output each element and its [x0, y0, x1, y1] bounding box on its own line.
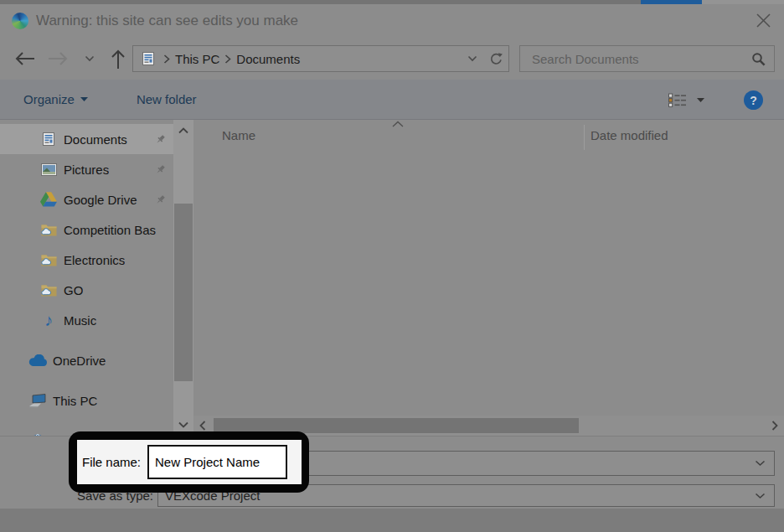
back-arrow-icon [13, 51, 35, 66]
search-input[interactable] [530, 51, 751, 67]
search-box [519, 45, 775, 72]
sidebar-item-go[interactable]: GO [0, 275, 173, 305]
chevron-down-icon [755, 493, 766, 499]
chevron-down-icon [178, 421, 189, 428]
cloud-folder-icon [39, 283, 59, 297]
folder-location-icon [138, 51, 158, 66]
sidebar-item-label: Competition Bas [64, 223, 156, 237]
onedrive-icon [28, 354, 48, 367]
refresh-icon [489, 52, 503, 66]
picture-icon [39, 163, 59, 176]
chevron-down-icon [467, 55, 477, 62]
recent-locations-button[interactable] [81, 38, 98, 80]
command-toolbar: Organize New folder [0, 80, 784, 120]
refresh-button[interactable] [484, 45, 509, 72]
document-icon [39, 132, 59, 147]
column-header-date-modified[interactable]: Date modified [591, 128, 668, 142]
views-dropdown-button[interactable] [697, 98, 704, 102]
list-view-icon [668, 93, 687, 107]
sidebar-item-google-drive[interactable]: Google Drive [0, 184, 173, 214]
file-list-panel: Name Date modified [193, 120, 784, 436]
up-arrow-icon [111, 48, 126, 70]
combobox-dropdown-button[interactable] [755, 460, 766, 467]
sidebar-item-documents[interactable]: Documents [0, 124, 173, 154]
google-drive-icon [39, 192, 59, 207]
close-button[interactable] [753, 10, 773, 30]
breadcrumb-documents[interactable]: Documents [231, 52, 305, 66]
column-divider[interactable] [584, 125, 585, 150]
dialog-bottom-edge [0, 509, 784, 532]
sidebar-item-label: GO [64, 283, 83, 297]
sidebar-item-competition-bas[interactable]: Competition Bas [0, 214, 173, 245]
address-bar[interactable]: This PC Documents [132, 45, 485, 72]
forward-arrow-icon [48, 51, 70, 66]
sidebar-item-label: Electronics [64, 253, 125, 267]
forward-button[interactable] [46, 38, 71, 80]
sidebar-item-label: Pictures [64, 163, 109, 177]
pin-icon [155, 134, 166, 145]
sidebar-item-this-pc[interactable]: This PC [0, 385, 173, 416]
breadcrumb-this-pc[interactable]: This PC [170, 52, 224, 66]
chevron-up-icon [178, 127, 189, 134]
help-question-icon: ? [750, 94, 757, 107]
sidebar-item-electronics[interactable]: Electronics [0, 245, 173, 275]
music-icon: ♪ [39, 312, 59, 328]
this-pc-icon [28, 393, 48, 408]
sidebar-item-onedrive[interactable]: OneDrive [0, 345, 173, 375]
sidebar-item-pictures[interactable]: Pictures [0, 154, 173, 184]
file-name-field-group: File name: [77, 440, 302, 484]
sidebar-item-label: This PC [53, 394, 97, 408]
new-folder-button[interactable]: New folder [137, 92, 197, 106]
pin-icon [155, 194, 166, 205]
edge-browser-icon [12, 13, 28, 29]
sidebar-item-label: Google Drive [64, 193, 137, 207]
organize-button[interactable]: Organize [23, 92, 88, 106]
cloud-folder-icon [39, 253, 59, 266]
chevron-right-icon [771, 420, 778, 431]
pin-icon [155, 164, 166, 175]
chevron-down-icon [755, 460, 766, 467]
breadcrumb-separator-icon [224, 54, 231, 64]
vertical-scrollbar[interactable] [173, 120, 193, 436]
sidebar-item-music[interactable]: ♪Music [0, 305, 173, 335]
chevron-left-icon [199, 420, 206, 431]
navigation-pane: DocumentsPicturesGoogle DriveCompetition… [0, 120, 173, 436]
column-header-name[interactable]: Name [222, 128, 255, 142]
file-name-input[interactable] [147, 445, 287, 479]
combobox-dropdown-button[interactable] [755, 493, 766, 499]
sort-ascending-icon [391, 121, 405, 127]
caret-down-icon [697, 98, 704, 102]
scroll-up-button[interactable] [173, 123, 193, 138]
scroll-down-button[interactable] [173, 417, 193, 432]
sidebar-item-label: Documents [64, 132, 127, 147]
dialog-title: Warning: this site can see edits you mak… [36, 13, 298, 29]
save-as-dialog: Warning: this site can see edits you mak… [0, 0, 784, 532]
help-button[interactable]: ? [744, 90, 763, 110]
search-icon [751, 52, 766, 66]
caret-down-icon [80, 97, 88, 101]
file-name-label: File name: [82, 455, 141, 469]
address-dropdown-button[interactable] [467, 55, 477, 62]
up-button[interactable] [106, 38, 131, 80]
scroll-right-button[interactable] [767, 416, 782, 436]
title-bar: Warning: this site can see edits you mak… [0, 4, 784, 38]
sidebar-item-label: OneDrive [53, 354, 106, 368]
breadcrumb-separator-icon [163, 54, 170, 64]
vertical-scrollbar-thumb[interactable] [174, 204, 193, 381]
sidebar-item-label: Music [64, 313, 96, 328]
chevron-down-icon [85, 55, 95, 62]
views-button[interactable] [668, 93, 687, 107]
tutorial-highlight-box: File name: [69, 431, 309, 493]
close-icon [756, 13, 771, 28]
back-button[interactable] [12, 38, 37, 80]
cloud-folder-icon [39, 223, 59, 236]
